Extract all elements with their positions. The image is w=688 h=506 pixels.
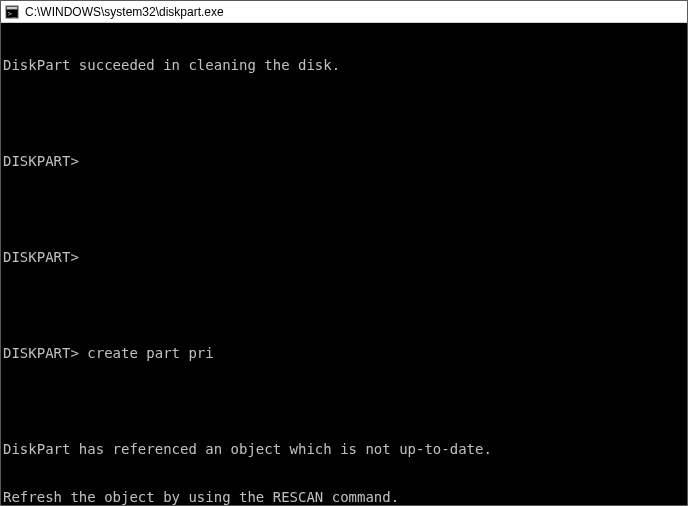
svg-text:>_: >_ bbox=[8, 9, 17, 17]
prompt: DISKPART> bbox=[3, 345, 87, 361]
app-icon: >_ bbox=[5, 5, 19, 19]
window-title: C:\WINDOWS\system32\diskpart.exe bbox=[25, 5, 224, 19]
blank-line bbox=[3, 297, 685, 313]
window: >_ C:\WINDOWS\system32\diskpart.exe Disk… bbox=[0, 0, 688, 506]
output-line: DiskPart has referenced an object which … bbox=[3, 441, 685, 457]
command-text: create part pri bbox=[87, 345, 213, 361]
blank-line bbox=[3, 105, 685, 121]
titlebar[interactable]: >_ C:\WINDOWS\system32\diskpart.exe bbox=[1, 1, 687, 23]
prompt: DISKPART> bbox=[3, 249, 87, 265]
blank-line bbox=[3, 201, 685, 217]
output-line: DiskPart succeeded in cleaning the disk. bbox=[3, 57, 685, 73]
output-line: Refresh the object by using the RESCAN c… bbox=[3, 489, 685, 505]
blank-line bbox=[3, 393, 685, 409]
prompt-line: DISKPART> bbox=[3, 153, 685, 169]
prompt-line: DISKPART> create part pri bbox=[3, 345, 685, 361]
prompt-line: DISKPART> bbox=[3, 249, 685, 265]
prompt: DISKPART> bbox=[3, 153, 87, 169]
console-output[interactable]: DiskPart succeeded in cleaning the disk.… bbox=[1, 23, 687, 505]
